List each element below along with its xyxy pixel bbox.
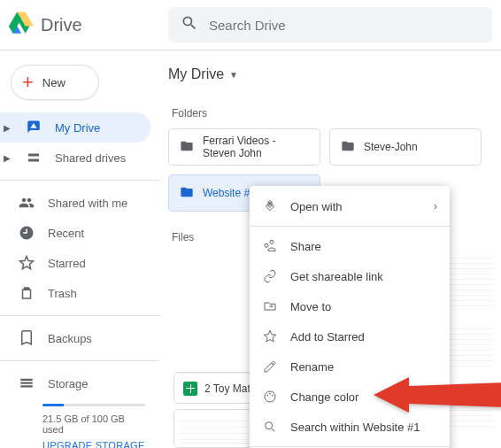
storage-icon — [18, 375, 35, 391]
folder-shared-icon — [180, 185, 194, 202]
sidebar-item-backups[interactable]: Backups — [0, 323, 159, 353]
sidebar-item-my-drive[interactable]: ▶ My Drive — [0, 112, 150, 143]
sidebar-item-shared-drives[interactable]: ▶ Shared drives — [0, 143, 159, 173]
svg-point-1 — [267, 395, 269, 397]
people-icon — [18, 195, 35, 211]
folder-item[interactable]: Ferrari Videos - Steven John — [168, 128, 320, 166]
drive-logo-icon — [9, 11, 34, 39]
link-icon — [262, 269, 278, 283]
search-icon — [262, 420, 278, 434]
storage-used-text: 21.5 GB of 100 GB used — [42, 413, 145, 435]
menu-open-with[interactable]: Open with › — [250, 191, 450, 221]
svg-point-0 — [265, 391, 275, 402]
menu-get-link[interactable]: Get shareable link — [250, 261, 450, 291]
file-name: 2 Toy Mat — [204, 382, 250, 395]
pencil-icon — [262, 359, 278, 374]
sidebar-item-label: Shared with me — [48, 197, 127, 210]
new-button[interactable]: + New — [11, 65, 99, 100]
folders-section-label: Folders — [172, 107, 492, 120]
open-with-icon — [262, 199, 278, 213]
sidebar-item-label: Trash — [48, 287, 77, 300]
folder-shared-icon — [341, 139, 355, 156]
menu-share[interactable]: Share — [250, 231, 450, 261]
folder-name: Website #1 — [203, 187, 256, 199]
chevron-right-icon: ▶ — [4, 123, 12, 133]
share-icon — [262, 239, 278, 253]
annotation-arrow — [374, 370, 501, 423]
chevron-down-icon: ▼ — [229, 70, 238, 80]
breadcrumb[interactable]: My Drive ▼ — [168, 61, 492, 88]
folder-name: Steve-John — [364, 141, 418, 153]
breadcrumb-label: My Drive — [168, 66, 224, 82]
star-icon — [262, 329, 278, 344]
folder-item[interactable]: Steve-John — [329, 128, 482, 166]
search-input[interactable] — [209, 18, 480, 33]
search-icon — [181, 14, 198, 35]
clock-icon — [18, 225, 35, 241]
folder-name: Ferrari Videos - Steven John — [203, 135, 309, 159]
sidebar-item-storage[interactable]: Storage — [0, 368, 159, 398]
backup-icon — [18, 330, 35, 346]
sidebar-item-starred[interactable]: Starred — [0, 248, 159, 278]
star-icon — [18, 255, 35, 271]
storage-bar — [42, 404, 145, 406]
my-drive-icon — [25, 120, 42, 135]
sidebar-item-label: Backups — [48, 332, 92, 345]
sidebar-item-trash[interactable]: Trash — [0, 278, 159, 308]
sidebar-item-shared-with-me[interactable]: Shared with me — [0, 188, 159, 218]
shared-drives-icon — [25, 150, 42, 166]
chevron-right-icon: › — [434, 200, 437, 212]
sidebar-item-label: Shared drives — [55, 151, 126, 165]
sidebar-item-label: My Drive — [55, 121, 100, 135]
plus-icon: + — [22, 73, 34, 92]
search-bar[interactable] — [168, 7, 492, 42]
palette-icon — [262, 390, 278, 404]
move-icon — [262, 299, 278, 313]
menu-move-to[interactable]: Move to — [250, 291, 450, 321]
sidebar-item-label: Storage — [48, 377, 89, 390]
sidebar-item-recent[interactable]: Recent — [0, 218, 159, 248]
svg-marker-5 — [374, 377, 501, 413]
app-name: Drive — [41, 15, 82, 35]
upgrade-storage-link[interactable]: UPGRADE STORAGE — [42, 440, 145, 448]
trash-icon — [18, 285, 35, 301]
sidebar-item-label: Recent — [48, 227, 84, 240]
menu-add-star[interactable]: Add to Starred — [250, 321, 450, 351]
sidebar-item-label: Starred — [48, 257, 86, 270]
svg-point-2 — [269, 393, 271, 395]
svg-point-3 — [272, 395, 274, 397]
folder-shared-icon — [180, 139, 194, 156]
svg-point-4 — [266, 422, 273, 429]
chevron-right-icon: ▶ — [4, 153, 12, 163]
sheets-icon — [183, 382, 197, 396]
